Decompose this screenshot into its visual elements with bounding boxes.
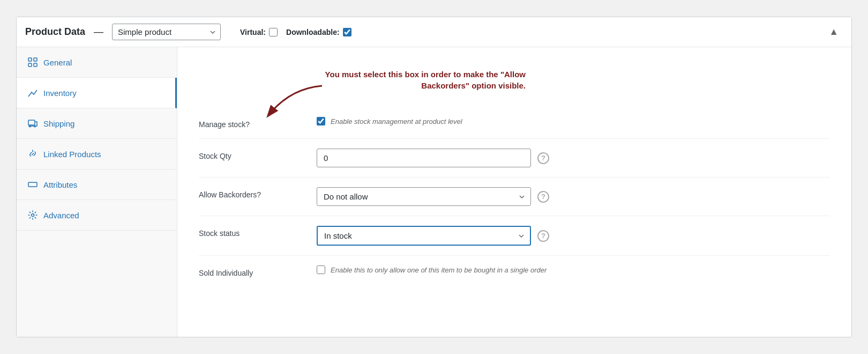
virtual-label[interactable]: Virtual: bbox=[240, 28, 278, 36]
allow-backorders-row: Allow Backorders? Do not allow Allow, bu… bbox=[199, 178, 830, 216]
sold-individually-hint: Enable this to only allow one of this it… bbox=[331, 266, 547, 274]
inventory-icon bbox=[27, 87, 38, 98]
header-dash: — bbox=[94, 26, 103, 38]
main-content: You must select this box in order to mak… bbox=[177, 47, 851, 337]
sold-individually-label: Sold Individually bbox=[199, 266, 306, 277]
virtual-checkbox[interactable] bbox=[269, 28, 278, 36]
product-data-panel: Product Data — Simple product Variable p… bbox=[16, 17, 852, 337]
svg-rect-1 bbox=[34, 58, 37, 61]
sidebar-label-general: General bbox=[43, 58, 72, 67]
stock-qty-input[interactable] bbox=[317, 149, 531, 167]
stock-status-help-icon[interactable]: ? bbox=[537, 230, 549, 242]
attributes-icon bbox=[27, 179, 38, 190]
stock-qty-label: Stock Qty bbox=[199, 149, 306, 160]
product-data-header: Product Data — Simple product Variable p… bbox=[17, 17, 851, 47]
link-icon bbox=[27, 149, 38, 159]
allow-backorders-control: Do not allow Allow, but notify customer … bbox=[317, 187, 830, 206]
downloadable-checkbox[interactable] bbox=[343, 28, 351, 36]
svg-rect-8 bbox=[28, 182, 37, 187]
manage-stock-control: Enable stock management at product level bbox=[317, 117, 830, 126]
stock-qty-row: Stock Qty ? bbox=[199, 139, 830, 178]
product-type-select[interactable]: Simple product Variable product Grouped … bbox=[112, 24, 221, 40]
virtual-label-text: Virtual: bbox=[240, 28, 266, 36]
downloadable-label[interactable]: Downloadable: bbox=[286, 28, 351, 36]
stock-qty-help-icon[interactable]: ? bbox=[537, 152, 549, 164]
sidebar-item-advanced[interactable]: Advanced bbox=[17, 200, 177, 231]
sidebar-label-linked-products: Linked Products bbox=[43, 150, 101, 159]
sidebar-item-general[interactable]: General bbox=[17, 47, 177, 78]
sidebar-label-shipping: Shipping bbox=[43, 119, 74, 128]
collapse-button[interactable]: ▲ bbox=[825, 24, 843, 40]
allow-backorders-label: Allow Backorders? bbox=[199, 187, 306, 199]
svg-rect-2 bbox=[28, 63, 32, 67]
shipping-icon bbox=[27, 118, 38, 129]
stock-qty-control: ? bbox=[317, 149, 830, 167]
sidebar-label-advanced: Advanced bbox=[43, 211, 79, 220]
stock-status-label: Stock status bbox=[199, 226, 306, 238]
sidebar-label-attributes: Attributes bbox=[43, 180, 77, 189]
sold-individually-checkbox[interactable] bbox=[317, 266, 325, 274]
sidebar-item-shipping[interactable]: Shipping bbox=[17, 108, 177, 139]
sidebar: General Inventory bbox=[17, 47, 177, 337]
stock-status-control: In stock Out of stock On backorder ? bbox=[317, 226, 830, 246]
downloadable-label-text: Downloadable: bbox=[286, 28, 340, 36]
sidebar-item-inventory[interactable]: Inventory bbox=[17, 78, 177, 108]
sidebar-item-attributes[interactable]: Attributes bbox=[17, 169, 177, 200]
product-data-title: Product Data bbox=[25, 26, 85, 38]
header-checkboxes: Virtual: Downloadable: bbox=[240, 28, 351, 36]
stock-status-select[interactable]: In stock Out of stock On backorder bbox=[317, 226, 531, 246]
svg-rect-4 bbox=[28, 120, 35, 125]
manage-stock-hint: Enable stock management at product level bbox=[331, 117, 462, 126]
sidebar-label-inventory: Inventory bbox=[43, 88, 77, 98]
sold-individually-control: Enable this to only allow one of this it… bbox=[317, 266, 830, 274]
tooltip-annotation: You must select this box in order to mak… bbox=[322, 69, 526, 91]
gear-icon bbox=[27, 210, 38, 220]
tooltip-text: You must select this box in order to mak… bbox=[325, 70, 526, 90]
allow-backorders-help-icon[interactable]: ? bbox=[537, 191, 549, 203]
svg-rect-3 bbox=[34, 63, 37, 67]
svg-point-9 bbox=[32, 214, 34, 217]
product-data-body: General Inventory bbox=[17, 47, 851, 337]
sold-individually-row: Sold Individually Enable this to only al… bbox=[199, 256, 830, 287]
tooltip-arrow bbox=[258, 83, 327, 121]
grid-icon bbox=[27, 57, 38, 68]
stock-status-row: Stock status In stock Out of stock On ba… bbox=[199, 216, 830, 256]
svg-rect-0 bbox=[28, 58, 32, 61]
sidebar-item-linked-products[interactable]: Linked Products bbox=[17, 139, 177, 169]
allow-backorders-select[interactable]: Do not allow Allow, but notify customer … bbox=[317, 187, 531, 206]
